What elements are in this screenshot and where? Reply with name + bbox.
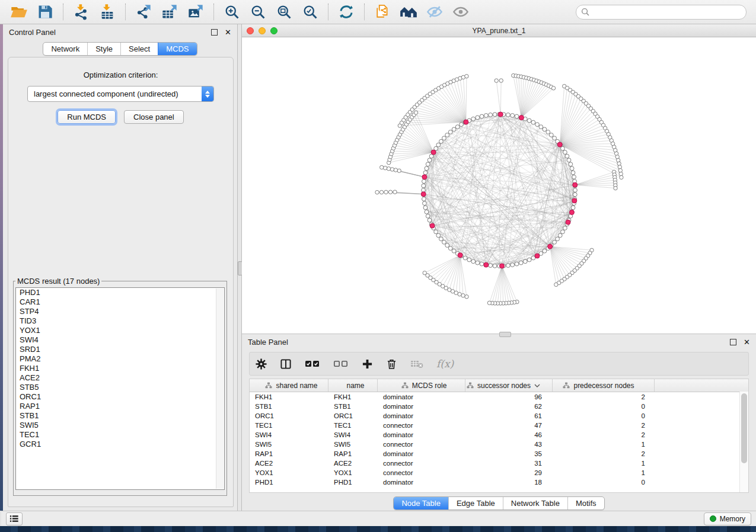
task-history-button[interactable] <box>6 512 23 525</box>
table-cell[interactable]: RAP1 <box>328 450 378 457</box>
export-image-icon[interactable] <box>187 4 205 20</box>
tab-network-table[interactable]: Network Table <box>503 497 567 509</box>
table-cell[interactable]: 46 <box>465 431 553 438</box>
table-cell[interactable]: dominator <box>378 412 465 419</box>
table-cell[interactable]: 96 <box>465 393 553 400</box>
table-row[interactable]: SWI4SWI4dominator462 <box>250 430 748 440</box>
table-cell[interactable]: dominator <box>378 393 465 400</box>
mcds-result-item[interactable]: FKH1 <box>16 364 224 373</box>
table-cell[interactable]: dominator <box>378 450 465 457</box>
tab-edge-table[interactable]: Edge Table <box>448 497 503 509</box>
column-header-name[interactable]: name <box>328 379 378 392</box>
tab-select[interactable]: Select <box>120 43 158 55</box>
column-header-successor-nodes[interactable]: successor nodes <box>465 379 553 392</box>
table-row[interactable]: ACE2ACE2connector311 <box>250 459 748 468</box>
table-cell[interactable]: SWI5 <box>250 441 328 448</box>
mcds-result-item[interactable]: STB5 <box>16 383 224 392</box>
table-cell[interactable]: SWI5 <box>328 441 378 448</box>
table-cell[interactable]: ORC1 <box>328 412 378 419</box>
column-header-mcds-role[interactable]: MCDS role <box>378 379 465 392</box>
table-cell[interactable]: 2 <box>553 431 655 438</box>
table-cell[interactable]: YOX1 <box>250 469 328 476</box>
search-box[interactable] <box>576 5 747 20</box>
table-cell[interactable]: 2 <box>553 422 655 429</box>
select-all-icon[interactable] <box>305 359 320 368</box>
mcds-result-item[interactable]: GCR1 <box>16 440 224 449</box>
table-cell[interactable]: STB1 <box>250 403 328 410</box>
table-settings-gear-icon[interactable] <box>256 358 267 370</box>
table-panel-drag-handle[interactable] <box>499 332 511 337</box>
table-cell[interactable]: connector <box>378 460 465 467</box>
criterion-dropdown[interactable]: largest connected component (undirected) <box>27 86 214 102</box>
table-cell[interactable]: connector <box>378 469 465 476</box>
table-cell[interactable]: 47 <box>465 422 553 429</box>
node-table-body[interactable]: FKH1FKH1dominator962STB1STB1dominator620… <box>250 392 748 487</box>
clone-network-icon[interactable] <box>374 4 391 20</box>
table-cell[interactable]: 18 <box>465 479 553 486</box>
table-cell[interactable]: SWI4 <box>250 431 328 438</box>
run-mcds-button[interactable]: Run MCDS <box>58 110 116 124</box>
node-table[interactable]: shared name name MCDS role successor nod… <box>249 379 749 493</box>
table-cell[interactable]: connector <box>378 441 465 448</box>
table-cell[interactable]: PHD1 <box>328 479 378 486</box>
mcds-result-list[interactable]: PHD1CAR1STP4TID3YOX1SWI4SRD1PMA2FKH1ACE2… <box>15 287 225 490</box>
mcds-result-item[interactable]: TEC1 <box>16 430 224 440</box>
table-scrollbar-thumb[interactable] <box>741 393 747 463</box>
show-all-icon[interactable] <box>452 4 470 20</box>
export-network-icon[interactable] <box>135 4 152 20</box>
mcds-result-item[interactable]: ORC1 <box>16 392 224 402</box>
table-cell[interactable]: FKH1 <box>328 393 378 400</box>
table-cell[interactable]: FKH1 <box>250 393 328 400</box>
table-cell[interactable]: 2 <box>553 450 655 457</box>
column-header-predecessor-nodes[interactable]: predecessor nodes <box>553 379 655 392</box>
table-cell[interactable]: 31 <box>465 460 553 467</box>
network-graph-canvas[interactable] <box>242 37 756 334</box>
memory-button[interactable]: Memory <box>704 512 751 525</box>
table-cell[interactable]: 43 <box>465 441 553 448</box>
table-cell[interactable]: 1 <box>553 441 655 448</box>
table-cell[interactable]: ORC1 <box>250 412 328 419</box>
table-cell[interactable]: dominator <box>378 403 465 410</box>
table-cell[interactable]: TEC1 <box>250 422 328 429</box>
mcds-result-item[interactable]: PMA2 <box>16 354 224 364</box>
first-neighbors-icon[interactable] <box>400 4 417 20</box>
table-cell[interactable]: connector <box>378 422 465 429</box>
table-cell[interactable]: STB1 <box>328 403 378 410</box>
tab-node-table[interactable]: Node Table <box>394 497 448 509</box>
tab-motifs[interactable]: Motifs <box>567 497 604 509</box>
delete-column-icon[interactable] <box>386 358 397 370</box>
close-panel-icon[interactable]: ✕ <box>744 338 750 346</box>
table-row[interactable]: RAP1RAP1dominator352 <box>250 449 748 459</box>
table-cell[interactable]: YOX1 <box>328 469 378 476</box>
mcds-result-item[interactable]: YOX1 <box>16 326 224 335</box>
table-row[interactable]: TEC1TEC1connector472 <box>250 421 748 430</box>
zoom-in-icon[interactable] <box>223 4 241 20</box>
import-table-icon[interactable] <box>98 4 116 20</box>
vertical-splitter[interactable] <box>237 24 242 511</box>
deselect-all-icon[interactable] <box>333 359 349 368</box>
tab-style[interactable]: Style <box>87 43 120 55</box>
table-cell[interactable]: 0 <box>553 479 655 486</box>
table-cell[interactable]: RAP1 <box>250 450 328 457</box>
zoom-selected-icon[interactable] <box>301 4 319 20</box>
table-cell[interactable]: 61 <box>465 412 553 419</box>
table-cell[interactable]: dominator <box>378 431 465 438</box>
table-cell[interactable]: PHD1 <box>250 479 328 486</box>
refresh-icon[interactable] <box>337 4 355 20</box>
column-header-shared-name[interactable]: shared name <box>250 379 328 392</box>
table-row[interactable]: PHD1PHD1dominator180 <box>250 477 748 487</box>
mcds-result-item[interactable]: CAR1 <box>16 297 224 307</box>
table-cell[interactable]: 35 <box>465 450 553 457</box>
import-network-icon[interactable] <box>72 4 90 20</box>
table-row[interactable]: FKH1FKH1dominator962 <box>250 392 748 402</box>
mcds-result-item[interactable]: STB1 <box>16 411 224 421</box>
mcds-result-item[interactable]: ACE2 <box>16 373 224 383</box>
table-scrollbar[interactable] <box>739 392 748 492</box>
tab-network[interactable]: Network <box>43 43 87 55</box>
zoom-fit-icon[interactable] <box>275 4 293 20</box>
mcds-result-item[interactable]: SRD1 <box>16 345 224 354</box>
hide-selected-icon[interactable] <box>426 4 444 20</box>
add-column-icon[interactable] <box>362 358 373 370</box>
mcds-result-item[interactable]: SWI4 <box>16 335 224 345</box>
table-row[interactable]: YOX1YOX1connector291 <box>250 468 748 477</box>
